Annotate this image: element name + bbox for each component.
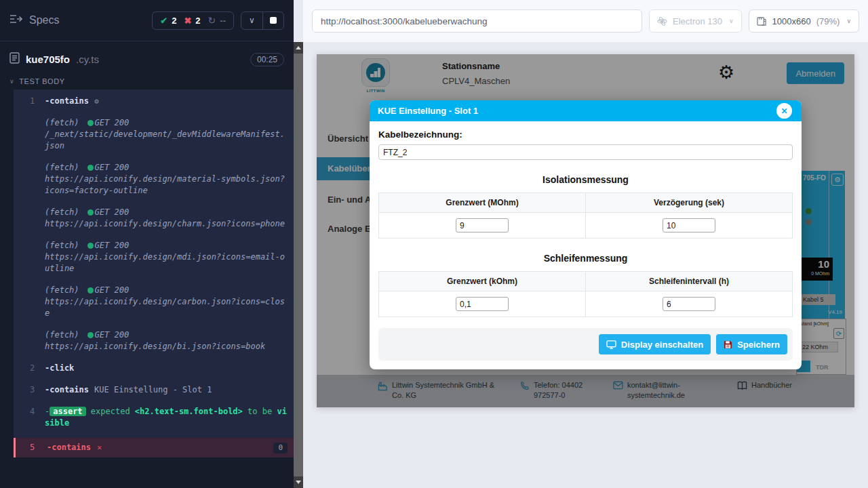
fetch-url: https://api.iconify.design/carbon.json?i… xyxy=(45,297,285,318)
assert-selector: <h2.text-sm.font-bold> xyxy=(135,407,243,416)
status-dot-icon xyxy=(87,332,94,338)
viewport-size: 1000x660 xyxy=(772,16,811,26)
fetch-url: /_next/static/development/_devMiddleware… xyxy=(45,129,285,150)
modal-close-button[interactable]: ✕ xyxy=(776,103,792,119)
fetch-url: https://api.iconify.design/mdi.json?icon… xyxy=(45,252,285,273)
scroll-down-arrow-icon[interactable] xyxy=(296,481,301,484)
fetch-label: (fetch) xyxy=(45,330,79,340)
fetch-label: (fetch) xyxy=(45,163,79,172)
assert-text: expected xyxy=(91,407,130,416)
scrollbar-thumb[interactable] xyxy=(294,54,303,476)
loop-interval-input[interactable] xyxy=(663,297,715,311)
cable-designation-input[interactable] xyxy=(378,144,793,160)
stat-passed: ✔ 2 xyxy=(160,16,176,26)
scroll-up-arrow-icon[interactable] xyxy=(296,46,301,49)
gear-icon: ⚙ xyxy=(94,97,99,106)
save-button[interactable]: Speichern xyxy=(716,334,787,354)
fetch-log-row[interactable]: (fetch)GET 200 /_next/static/development… xyxy=(14,115,294,154)
command-row-2[interactable]: 2 -click xyxy=(14,361,294,376)
iso-delay-input[interactable] xyxy=(663,218,715,232)
spec-file-row[interactable]: kue705fo.cy.ts 00:25 xyxy=(0,41,294,73)
assert-badge: assert xyxy=(50,407,85,416)
fetch-log-row[interactable]: (fetch)GET 200 https://api.iconify.desig… xyxy=(14,283,294,321)
command-row-5-failed[interactable]: 5 -contains✕ 0 xyxy=(14,438,294,458)
collapse-button[interactable]: ∨ xyxy=(241,12,262,29)
fetch-label: (fetch) xyxy=(45,285,79,295)
fetch-url: https://api.iconify.design/bi.json?icons… xyxy=(45,342,265,351)
browser-select[interactable]: Electron 130 ∨ xyxy=(649,9,742,33)
iso-limit-input[interactable] xyxy=(456,218,509,232)
url-input[interactable] xyxy=(312,9,642,33)
pending-count: -- xyxy=(220,16,226,26)
fetch-log-row[interactable]: (fetch)GET 200 https://api.iconify.desig… xyxy=(14,205,294,232)
fail-x-icon: ✕ xyxy=(97,443,102,452)
status-dot-icon xyxy=(87,120,94,126)
isolation-table: Grenzwert (MOhm) Verzögerung (sek) xyxy=(378,192,793,239)
pending-restart-icon: ↻ xyxy=(208,15,216,26)
command-number: 5 xyxy=(16,442,47,453)
loop-section-title: Schleifenmessung xyxy=(378,253,793,264)
stop-button[interactable] xyxy=(262,12,283,29)
spec-duration-badge: 00:25 xyxy=(250,53,284,66)
floppy-save-icon xyxy=(724,340,732,349)
modal-body: Kabelbezeichnung: Isolationsmessung Gren… xyxy=(370,121,802,369)
display-on-button[interactable]: Display einschalten xyxy=(599,334,711,354)
command-row-4-assert[interactable]: 4 -assert expected <h2.text-sm.font-bold… xyxy=(14,404,294,431)
stop-icon xyxy=(270,17,277,24)
column-header: Grenzwert (kOhm) xyxy=(379,272,586,291)
isolation-section-title: Isolationsmessung xyxy=(378,174,793,185)
command-name: -contains xyxy=(45,96,89,106)
table-value-row xyxy=(379,291,792,317)
chevron-down-icon: ∨ xyxy=(249,16,255,25)
reporter-scrollbar[interactable] xyxy=(294,42,303,488)
test-body-section[interactable]: ∨ TEST BODY xyxy=(0,73,294,89)
table-header-row: Grenzwert (MOhm) Verzögerung (sek) xyxy=(379,193,792,213)
chevron-down-icon: ∨ xyxy=(846,18,851,24)
command-log: 1 -contains⚙ (fetch)GET 200 /_next/stati… xyxy=(14,89,294,458)
fetch-log-row[interactable]: (fetch)GET 200 https://api.iconify.desig… xyxy=(14,238,294,277)
section-label: TEST BODY xyxy=(19,77,65,85)
command-number: 1 xyxy=(14,96,45,107)
loop-limit-input[interactable] xyxy=(456,297,509,311)
passed-count: 2 xyxy=(172,16,176,26)
column-header: Schleifenintervall (h) xyxy=(586,272,792,291)
failed-x-icon: ✖ xyxy=(184,16,191,26)
table-value-row xyxy=(379,213,792,238)
runner-workarea: Electron 130 ∨ 1000x660 (79%) ∨ xyxy=(303,0,868,488)
stat-pending: ↻ -- xyxy=(208,15,226,26)
command-number: 4 xyxy=(14,406,45,429)
column-header: Grenzwert (MOhm) xyxy=(379,193,586,212)
fetch-status: GET 200 xyxy=(95,330,130,340)
command-arg: KUE Einstellung - Slot 1 xyxy=(94,385,212,394)
command-name: -click xyxy=(45,363,74,373)
fetch-url: https://api.iconify.design/material-symb… xyxy=(45,174,285,195)
fetch-label: (fetch) xyxy=(45,241,79,250)
fetch-label: (fetch) xyxy=(45,118,79,127)
stat-failed: ✖ 2 xyxy=(184,16,200,26)
modal-header: KUE Einstellung - Slot 1 ✕ xyxy=(370,100,802,121)
status-dot-icon xyxy=(87,287,94,293)
reporter-header: Specs ✔ 2 ✖ 2 ↻ -- ∨ xyxy=(0,0,294,41)
browser-name: Electron 130 xyxy=(673,16,722,26)
specs-label[interactable]: Specs xyxy=(29,14,59,26)
modal-title: KUE Einstellung - Slot 1 xyxy=(378,106,478,116)
section-chevron-icon: ∨ xyxy=(9,78,14,85)
test-stats: ✔ 2 ✖ 2 ↻ -- xyxy=(152,12,234,30)
passed-check-icon: ✔ xyxy=(160,16,167,26)
fetch-status: GET 200 xyxy=(95,241,130,250)
fetch-status: GET 200 xyxy=(95,118,130,127)
viewport-select[interactable]: 1000x660 (79%) ∨ xyxy=(749,9,859,33)
spec-file-name: kue705fo xyxy=(26,54,70,65)
command-row-1[interactable]: 1 -contains⚙ xyxy=(14,94,294,109)
assert-text: to be xyxy=(248,407,272,416)
command-row-3[interactable]: 3 -containsKUE Einstellung - Slot 1 xyxy=(14,382,294,398)
chevron-down-icon: ∨ xyxy=(729,18,734,24)
modal-footer: Display einschalten Speichern xyxy=(378,328,793,361)
command-number: 3 xyxy=(14,384,45,396)
close-icon: ✕ xyxy=(781,106,787,116)
fetch-log-row[interactable]: (fetch)GET 200 https://api.iconify.desig… xyxy=(14,160,294,199)
specs-menu-icon[interactable] xyxy=(9,14,22,27)
cable-designation-label: Kabelbezeichnung: xyxy=(378,129,793,140)
fetch-log-row[interactable]: (fetch)GET 200 https://api.iconify.desig… xyxy=(14,327,294,354)
status-dot-icon xyxy=(87,165,94,171)
